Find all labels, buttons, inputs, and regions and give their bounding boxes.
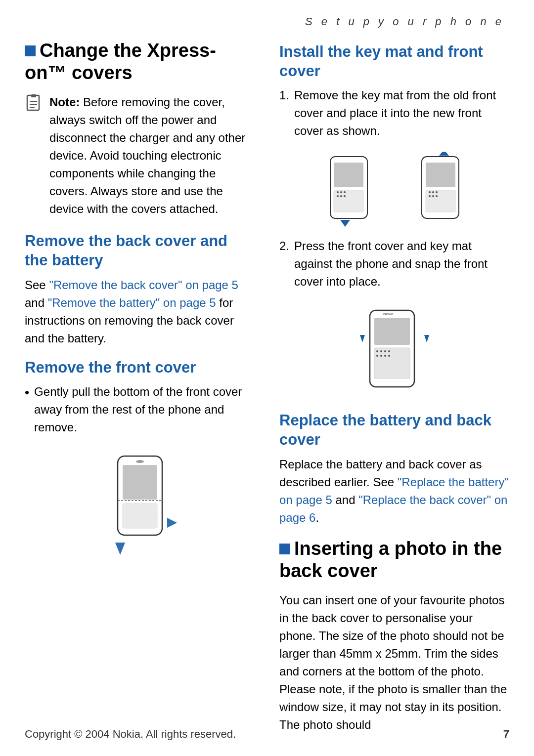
svg-point-30 (432, 195, 434, 197)
svg-rect-7 (123, 504, 157, 528)
inserting-title: Inserting a photo in the back cover (279, 538, 509, 583)
svg-point-29 (429, 195, 431, 197)
svg-rect-17 (426, 163, 455, 187)
svg-rect-14 (334, 190, 363, 212)
svg-rect-34 (374, 348, 410, 378)
keymat-illustration (279, 152, 509, 228)
install-step1: 1. Remove the key mat from the old front… (279, 86, 509, 145)
svg-point-21 (340, 191, 342, 193)
note-label: Note: (49, 95, 80, 109)
svg-rect-0 (27, 95, 39, 110)
square-icon (25, 45, 36, 56)
svg-point-35 (376, 350, 378, 352)
svg-point-36 (380, 350, 382, 352)
back-cover-link2[interactable]: "Remove the battery" on page 5 (48, 296, 216, 309)
step1-number: 1. (279, 86, 289, 104)
front-cover-bullet: • Gently pull the bottom of the front co… (25, 383, 255, 441)
inserting-square-icon (279, 544, 290, 554)
replace-body: Replace the battery and back cover as de… (279, 456, 509, 527)
svg-point-31 (436, 195, 438, 197)
note-icon (25, 94, 44, 120)
step2-text: Press the front cover and key mat agains… (294, 237, 509, 291)
svg-marker-15 (340, 220, 350, 227)
svg-point-8 (136, 460, 144, 463)
svg-marker-43 (360, 335, 365, 342)
left-column: Change the Xpress-on™ covers Note: Befor… (25, 40, 260, 739)
page-content: Change the Xpress-on™ covers Note: Befor… (0, 35, 534, 739)
front-cover-bullet-text: Gently pull the bottom of the front cove… (34, 383, 255, 436)
replace-section: Replace the battery and back cover Repla… (279, 411, 509, 527)
svg-point-42 (388, 355, 390, 357)
svg-text:Nokia: Nokia (383, 312, 394, 316)
inserting-body: You can insert one of your favourite pho… (279, 591, 509, 734)
page-number: 7 (503, 726, 509, 742)
bullet-icon: • (25, 383, 29, 402)
page-header: S e t u p y o u r p h o n e (0, 0, 534, 35)
replace-title: Replace the battery and back cover (279, 411, 509, 450)
svg-marker-10 (167, 518, 177, 528)
svg-rect-18 (426, 190, 455, 212)
phone-front-cover-svg (90, 451, 189, 565)
right-column: Install the key mat and front cover 1. R… (274, 40, 509, 739)
note-body: Before removing the cover, always switch… (49, 95, 245, 215)
svg-rect-33 (374, 318, 410, 345)
page-footer: Copyright © 2004 Nokia. All rights reser… (0, 726, 534, 742)
front-cover-title: Remove the front cover (25, 358, 255, 378)
install-title: Install the key mat and front cover (279, 42, 509, 81)
install-step2: 2. Press the front cover and key mat aga… (279, 237, 509, 295)
svg-marker-19 (439, 152, 449, 156)
header-text: S e t u p y o u r p h o n e (305, 15, 504, 28)
back-cover-section: Remove the back cover and the battery Se… (25, 232, 255, 347)
front-cover-illustration (25, 451, 255, 565)
copyright-text: Copyright © 2004 Nokia. All rights reser… (25, 726, 236, 742)
svg-point-26 (429, 191, 431, 193)
svg-point-28 (436, 191, 438, 193)
note-svg-icon (25, 94, 44, 113)
svg-point-38 (388, 350, 390, 352)
svg-point-41 (384, 355, 386, 357)
svg-point-37 (384, 350, 386, 352)
svg-point-23 (337, 195, 339, 197)
svg-point-25 (344, 195, 346, 197)
svg-marker-9 (115, 543, 125, 555)
note-box: Note: Before removing the cover, always … (25, 93, 255, 218)
svg-point-24 (340, 195, 342, 197)
svg-point-27 (432, 191, 434, 193)
note-text: Note: Before removing the cover, always … (49, 93, 255, 218)
front-cover-section: Remove the front cover • Gently pull the… (25, 358, 255, 442)
keymat-svg (323, 152, 466, 228)
svg-rect-6 (123, 465, 157, 500)
install-section: Install the key mat and front cover 1. R… (279, 42, 509, 400)
step1-text: Remove the key mat from the old front co… (294, 86, 509, 140)
back-cover-link1[interactable]: "Remove the back cover" on page 5 (49, 278, 238, 292)
svg-point-40 (380, 355, 382, 357)
svg-point-39 (376, 355, 378, 357)
back-cover-body: See "Remove the back cover" on page 5 an… (25, 276, 255, 347)
back-cover-title: Remove the back cover and the battery (25, 232, 255, 270)
main-section-title: Change the Xpress-on™ covers (25, 40, 255, 84)
svg-point-20 (337, 191, 339, 193)
inserting-photo-section: Inserting a photo in the back cover You … (279, 538, 509, 734)
svg-point-22 (344, 191, 346, 193)
svg-rect-1 (31, 94, 36, 97)
cover-press-illustration: Nokia (279, 305, 509, 399)
svg-marker-44 (424, 335, 429, 342)
svg-rect-13 (334, 163, 363, 187)
cover-press-svg: Nokia (348, 305, 442, 399)
step2-number: 2. (279, 237, 289, 255)
